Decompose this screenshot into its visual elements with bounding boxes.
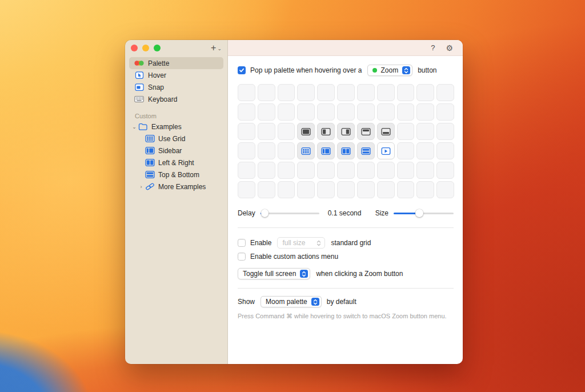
palette-cell-empty[interactable]	[258, 142, 275, 159]
palette-cell-empty[interactable]	[416, 142, 434, 159]
palette-cell-empty[interactable]	[436, 181, 454, 198]
palette-cell-win-full[interactable]	[297, 123, 315, 140]
help-button[interactable]: ?	[431, 43, 435, 52]
palette-cell-empty[interactable]	[238, 123, 255, 140]
sidebar-item-snap[interactable]: Snap	[129, 81, 223, 93]
palette-cell-empty[interactable]	[397, 103, 415, 121]
palette-cell-empty[interactable]	[357, 162, 375, 179]
traffic-lights	[131, 45, 161, 51]
delay-value-label: 0.1 second	[328, 209, 362, 217]
palette-cell-empty[interactable]	[278, 142, 295, 159]
palette-cell-leftright[interactable]	[337, 142, 355, 159]
palette-cell-empty[interactable]	[337, 103, 355, 121]
palette-cell-empty[interactable]	[258, 162, 275, 179]
chevron-right-icon[interactable]: ›	[138, 184, 144, 190]
tree-item-top-bottom[interactable]: Top & Bottom	[129, 169, 223, 181]
palette-cell-empty[interactable]	[337, 84, 355, 101]
tree-item-more-examples[interactable]: ›More Examples	[129, 181, 223, 193]
close-button[interactable]	[131, 45, 138, 51]
palette-cell-win-left[interactable]	[317, 123, 335, 140]
show-default-select[interactable]: Moom palette	[261, 296, 322, 307]
popup-palette-checkbox[interactable]	[238, 66, 246, 74]
palette-cell-empty[interactable]	[377, 162, 395, 179]
enable-custom-actions-checkbox[interactable]	[238, 253, 246, 261]
delay-slider[interactable]	[261, 209, 319, 217]
palette-cell-empty[interactable]	[317, 162, 335, 179]
delay-slider-knob[interactable]	[261, 209, 269, 217]
palette-cell-empty[interactable]	[317, 103, 335, 121]
palette-cell-empty[interactable]	[238, 103, 255, 121]
palette-cell-empty[interactable]	[357, 181, 375, 198]
palette-cell-empty[interactable]	[278, 123, 295, 140]
stepper-icon	[402, 66, 410, 74]
palette-cell-empty[interactable]	[297, 84, 315, 101]
zoom-click-action-select[interactable]: Toggle full screen	[238, 268, 310, 279]
palette-cell-empty[interactable]	[258, 103, 275, 121]
palette-cell-empty[interactable]	[297, 103, 315, 121]
size-slider[interactable]	[394, 209, 454, 217]
hover-button-select-value: Zoom	[380, 66, 398, 74]
palette-cell-empty[interactable]	[377, 103, 395, 121]
minimize-button[interactable]	[142, 45, 149, 51]
palette-cell-empty[interactable]	[238, 162, 255, 179]
palette-cell-empty[interactable]	[297, 162, 315, 179]
palette-cell-empty[interactable]	[238, 84, 255, 101]
palette-cell-empty[interactable]	[337, 162, 355, 179]
palette-cell-empty[interactable]	[397, 84, 415, 101]
palette-cell-empty[interactable]	[416, 181, 434, 198]
palette-cell-empty[interactable]	[278, 103, 295, 121]
palette-cell-empty[interactable]	[436, 103, 454, 121]
palette-cell-empty[interactable]	[416, 84, 434, 101]
palette-cell-empty[interactable]	[436, 162, 454, 179]
palette-cell-empty[interactable]	[436, 142, 454, 159]
hover-button-select[interactable]: Zoom	[367, 65, 412, 76]
palette-cell-empty[interactable]	[258, 181, 275, 198]
palette-cell-empty[interactable]	[297, 181, 315, 198]
palette-cell-empty[interactable]	[377, 181, 395, 198]
palette-cell-win-top[interactable]	[357, 123, 375, 140]
tree-item-use-grid[interactable]: Use Grid	[129, 133, 223, 145]
tree-item-examples[interactable]: ⌄Examples	[129, 121, 223, 133]
palette-cell-win-right[interactable]	[337, 123, 355, 140]
sidebar-item-palette[interactable]: Palette	[129, 57, 223, 69]
sidebar-item-keyboard[interactable]: Keyboard	[129, 93, 223, 105]
enable-grid-checkbox[interactable]	[238, 239, 246, 247]
palette-cell-empty[interactable]	[258, 123, 275, 140]
palette-cell-empty[interactable]	[416, 162, 434, 179]
chevron-down-icon[interactable]: ⌄	[131, 124, 137, 130]
palette-cell-empty[interactable]	[377, 84, 395, 101]
size-slider-knob[interactable]	[415, 209, 423, 217]
palette-cell-empty[interactable]	[238, 142, 255, 159]
grid-size-select: full size	[277, 237, 325, 249]
palette-cell-empty[interactable]	[258, 84, 275, 101]
palette-cell-empty[interactable]	[397, 123, 415, 140]
palette-cell-empty[interactable]	[278, 84, 295, 101]
topbottom-icon	[145, 171, 155, 179]
tree-item-left-right[interactable]: Left & Right	[129, 157, 223, 169]
palette-cell-empty[interactable]	[337, 181, 355, 198]
tree-item-sidebar[interactable]: Sidebar	[129, 145, 223, 157]
palette-cell-grid[interactable]	[297, 142, 315, 159]
gear-icon[interactable]: ⚙	[446, 44, 453, 52]
palette-cell-empty[interactable]	[416, 123, 434, 140]
palette-cell-win-bottom[interactable]	[377, 123, 395, 140]
palette-cell-empty[interactable]	[357, 84, 375, 101]
zoom-button[interactable]	[154, 45, 161, 51]
palette-cell-empty[interactable]	[278, 181, 295, 198]
palette-cell-empty[interactable]	[397, 162, 415, 179]
palette-cell-sidebar[interactable]	[317, 142, 335, 159]
palette-cell-empty[interactable]	[317, 84, 335, 101]
palette-cell-empty[interactable]	[436, 84, 454, 101]
palette-cell-topbottom[interactable]	[357, 142, 375, 159]
palette-cell-empty[interactable]	[278, 162, 295, 179]
palette-cell-empty[interactable]	[357, 103, 375, 121]
add-custom-command-button[interactable]: + ⌄	[211, 44, 222, 52]
palette-cell-empty[interactable]	[416, 103, 434, 121]
palette-cell-empty[interactable]	[397, 142, 415, 159]
sidebar-item-hover[interactable]: Hover	[129, 69, 223, 81]
palette-cell-play[interactable]	[377, 142, 395, 159]
palette-cell-empty[interactable]	[238, 181, 255, 198]
palette-cell-empty[interactable]	[397, 181, 415, 198]
palette-cell-empty[interactable]	[436, 123, 454, 140]
palette-cell-empty[interactable]	[317, 181, 335, 198]
